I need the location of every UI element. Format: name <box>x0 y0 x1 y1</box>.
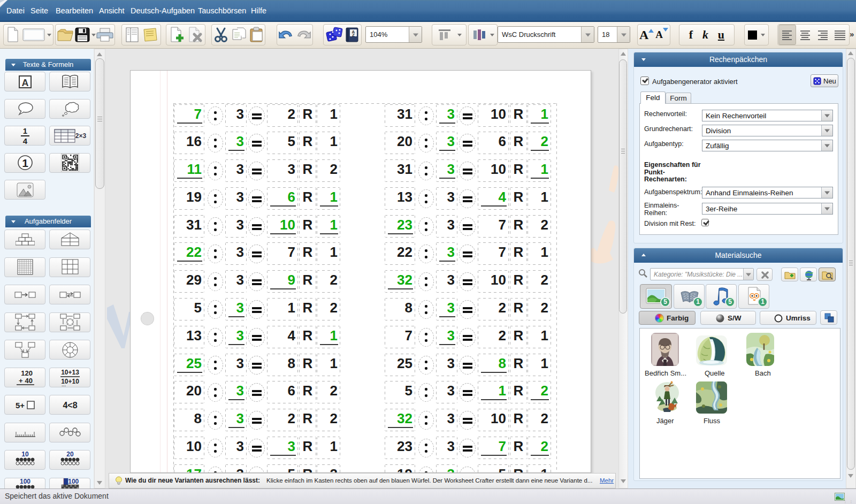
svg-text:2×3: 2×3 <box>75 132 86 140</box>
svg-text:40: 40 <box>25 377 32 385</box>
svg-text:100: 100 <box>19 478 30 485</box>
svg-text:5+: 5+ <box>16 401 25 410</box>
svg-text:20: 20 <box>66 451 74 458</box>
svg-text:10+13: 10+13 <box>61 369 79 376</box>
svg-text:1: 1 <box>22 157 28 169</box>
svg-text:4: 4 <box>22 136 27 145</box>
svg-text:4<8: 4<8 <box>63 401 77 410</box>
svg-text:Z: Z <box>352 33 355 37</box>
svg-text:10: 10 <box>21 451 29 458</box>
svg-text:+: + <box>19 377 23 385</box>
svg-text:...: ... <box>62 381 66 386</box>
svg-text:120: 120 <box>21 369 33 377</box>
svg-text:A: A <box>21 78 28 88</box>
svg-text:1: 1 <box>22 127 27 135</box>
